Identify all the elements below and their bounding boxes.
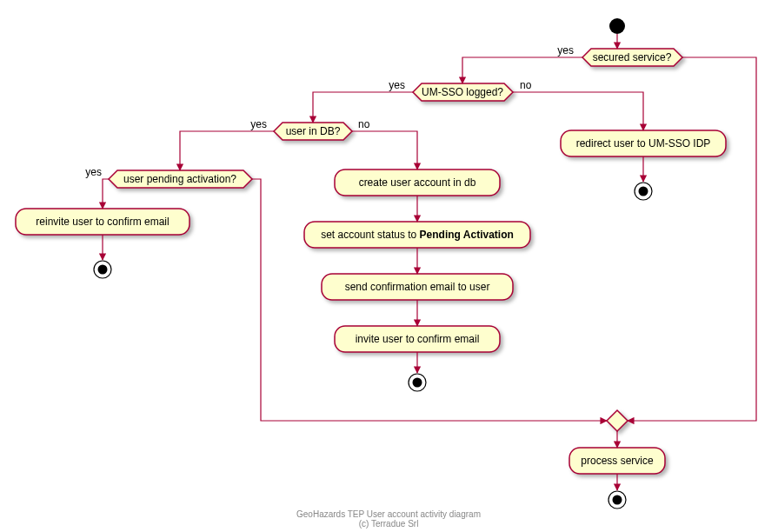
label-umsso-no: no <box>520 79 532 91</box>
caption-title: GeoHazards TEP User account activity dia… <box>296 509 481 519</box>
decision-user-in-db-label: user in DB? <box>286 125 341 137</box>
edge-umsso-no <box>513 92 643 130</box>
edge-indb-no <box>352 131 417 170</box>
end-process <box>608 491 626 509</box>
activity-set-status: set account status to Pending Activation <box>304 222 530 248</box>
activity-create-user: create user account in db <box>335 170 500 196</box>
activity-create-user-label: create user account in db <box>359 176 476 189</box>
end-reinvite <box>94 261 111 278</box>
activity-set-status-label: set account status to Pending Activation <box>321 229 514 241</box>
decision-user-in-db: user in DB? <box>274 123 352 140</box>
end-invite <box>409 374 426 391</box>
activity-send-email-label: send confirmation email to user <box>345 281 490 293</box>
activity-invite-confirm: invite user to confirm email <box>335 326 500 352</box>
label-indb-yes: yes <box>250 118 267 130</box>
activity-diagram: secured service? UM-SSO logged? user in … <box>0 0 778 532</box>
activity-redirect-idp-label: redirect user to UM-SSO IDP <box>576 137 711 150</box>
start-node <box>609 18 625 34</box>
merge-node <box>607 410 628 431</box>
decision-umsso-logged-label: UM-SSO logged? <box>422 86 503 98</box>
svg-point-19 <box>613 495 622 505</box>
decision-user-pending-label: user pending activation? <box>123 173 236 185</box>
edge-indb-yes <box>180 131 274 170</box>
decision-secured-service: secured service? <box>582 49 682 66</box>
activity-invite-confirm-label: invite user to confirm email <box>356 333 480 345</box>
activity-process-service-label: process service <box>581 455 654 467</box>
svg-marker-16 <box>607 410 628 431</box>
label-pending-yes: yes <box>85 166 102 178</box>
label-indb-no: no <box>358 118 370 130</box>
end-redirect <box>635 183 652 200</box>
edge-secured-no <box>628 57 756 421</box>
decision-secured-service-label: secured service? <box>593 51 672 63</box>
activity-process-service: process service <box>569 448 665 474</box>
svg-point-15 <box>639 187 648 196</box>
activity-reinvite: reinvite user to confirm email <box>16 209 190 235</box>
caption-copyright: (c) Terradue Srl <box>359 519 419 529</box>
edge-pending-yes <box>103 179 109 209</box>
decision-umsso-logged: UM-SSO logged? <box>413 83 513 101</box>
decision-user-pending: user pending activation? <box>109 170 252 188</box>
label-secured-yes: yes <box>557 44 574 57</box>
activity-reinvite-label: reinvite user to confirm email <box>36 216 169 228</box>
activity-redirect-idp: redirect user to UM-SSO IDP <box>561 130 726 156</box>
label-umsso-yes: yes <box>389 79 405 91</box>
svg-point-12 <box>413 378 422 388</box>
svg-point-6 <box>98 265 108 275</box>
activity-send-email: send confirmation email to user <box>322 274 513 300</box>
